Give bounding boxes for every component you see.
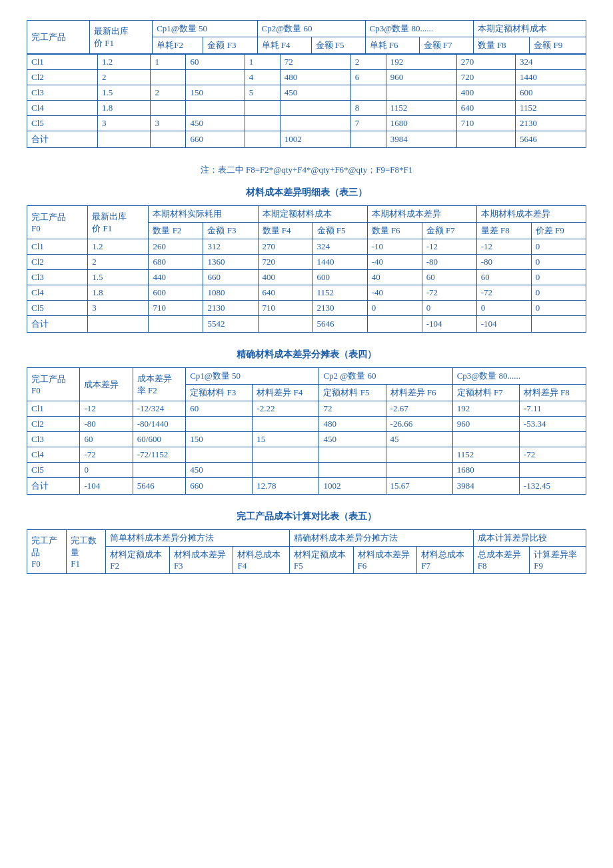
table-cell: 数量 F4: [258, 223, 312, 239]
table-row: 合计660100239845646: [27, 131, 586, 148]
table-row: Cl11.21601722192270324: [27, 55, 586, 70]
table-cell: Cl4: [27, 285, 88, 301]
table-cell: [456, 131, 515, 148]
table-cell: 1.5: [97, 85, 150, 101]
table-row: Cl31.521505450400600: [27, 85, 586, 101]
table-cell: 60: [186, 401, 253, 417]
table-cell: 合计: [27, 478, 80, 495]
t2-h-f9: 金额 F9: [530, 37, 586, 54]
table-row: Cl22448069607201440: [27, 70, 586, 85]
table-cell: 260: [149, 239, 203, 255]
table-cell: 材料差异 F6: [386, 385, 452, 401]
table-cell: [151, 70, 186, 85]
table-cell: 60/600: [133, 432, 185, 447]
table-cell: 270: [258, 239, 312, 255]
table-cell: Cl1: [27, 55, 98, 70]
table2: 完工产品 最新出库价 F1 Cp1@数量 50 Cp2@数量 60 Cp3@数量…: [27, 20, 586, 54]
table-cell: 1152: [386, 101, 456, 116]
table-cell: 1.2: [97, 55, 150, 70]
table-cell: [258, 316, 312, 333]
table-cell: [350, 131, 386, 148]
table-cell: 2130: [203, 301, 258, 316]
table-cell: 材料成本差异 F3: [169, 547, 233, 574]
table-cell: [280, 116, 350, 131]
table-cell: -26.66: [386, 417, 452, 432]
table-cell: 完工数量F1: [67, 530, 106, 574]
table-cell: -2.67: [386, 401, 452, 417]
table-cell: 定额材料 F7: [452, 385, 519, 401]
table-cell: -7.11: [519, 401, 586, 417]
table-cell: 480: [280, 70, 350, 85]
table4-title: 精确材料成本差异分摊表（表四）: [27, 349, 586, 361]
table2-body: Cl11.21601722192270324Cl2244806960720144…: [27, 54, 586, 148]
table-row: Cl1-12-12/32460-2.2272-2.67192-7.11: [27, 401, 586, 417]
table-cell: Cl5: [27, 463, 80, 478]
t2-h-f3: 金额 F3: [203, 37, 257, 54]
table-cell: 3984: [386, 131, 456, 148]
t2-h-cp1: Cp1@数量 50: [153, 21, 257, 37]
table-cell: -104: [422, 316, 476, 333]
table-row: Cl31.54406604006004060600: [27, 270, 586, 285]
table-row: Cl11.2260312270324-10-12-120: [27, 239, 586, 255]
table-cell: 1.5: [88, 270, 149, 285]
table-cell: 660: [186, 478, 253, 495]
table-cell: 1152: [452, 447, 519, 463]
table-row: Cl4-72-72/11521152-72: [27, 447, 586, 463]
table4-section: 精确材料成本差异分摊表（表四） 完工产品F0成本差异成本差异率 F2Cp1@数量…: [27, 349, 586, 495]
table-cell: Cp3@数量 80......: [452, 368, 586, 385]
table-row: 合计-104564666012.78100215.673984-132.45: [27, 478, 586, 495]
table-cell: 600: [515, 85, 586, 101]
table-cell: [531, 316, 586, 333]
table-cell: Cp1@数量 50: [186, 368, 319, 385]
t2-h-cost: 本期定额材料成本: [473, 21, 586, 37]
table-cell: 720: [258, 255, 312, 270]
table-cell: -40: [367, 285, 422, 301]
table-cell: [386, 463, 452, 478]
table-cell: 1: [245, 55, 280, 70]
table4-header1: 完工产品F0成本差异成本差异率 F2Cp1@数量 50Cp2 @数量 60Cp3…: [27, 368, 586, 385]
table-cell: [245, 101, 280, 116]
table-cell: 270: [456, 55, 515, 70]
table-cell: -72: [80, 447, 133, 463]
table-cell: Cp2 @数量 60: [319, 368, 452, 385]
table-cell: 合计: [27, 131, 98, 148]
table2-note: 注：表二中 F8=F2*@qty+F4*@qty+F6*@qty；F9=F8*F…: [27, 164, 586, 176]
table-cell: 本期定额材料成本: [258, 206, 367, 223]
table-cell: 材料总成本 F7: [417, 547, 474, 574]
table-cell: -104: [80, 478, 133, 495]
table-cell: 0: [80, 463, 133, 478]
table-cell: 2130: [515, 116, 586, 131]
table-cell: 数量 F6: [367, 223, 422, 239]
t2-h-f6: 单耗 F6: [365, 37, 419, 54]
table-cell: 1080: [203, 285, 258, 301]
table-cell: 640: [258, 285, 312, 301]
table-cell: 72: [280, 55, 350, 70]
table-cell: Cl3: [27, 270, 88, 285]
table-row: Cl41.860010806401152-40-72-720: [27, 285, 586, 301]
table4-body: 完工产品F0成本差异成本差异率 F2Cp1@数量 50Cp2 @数量 60Cp3…: [27, 367, 586, 495]
table-cell: 价差 F9: [531, 223, 586, 239]
table3-header1: 完工产品F0最新出库价 F1本期材料实际耗用本期定额材料成本本期材料成本差异本期…: [27, 206, 586, 223]
table-cell: 192: [452, 401, 519, 417]
table-cell: -72: [422, 285, 476, 301]
table-cell: 材料定额成本 F5: [290, 547, 354, 574]
table-cell: -12: [476, 239, 531, 255]
table-cell: 7: [350, 116, 386, 131]
table-row: Cl41.8811526401152: [27, 101, 586, 116]
t2-h-f4: 单耗 F4: [257, 37, 311, 54]
table-cell: 完工产品F0: [27, 368, 80, 401]
table-cell: Cl3: [27, 85, 98, 101]
table-row: Cl36060/6001501545045: [27, 432, 586, 447]
table-cell: [186, 101, 245, 116]
table-cell: 150: [186, 432, 253, 447]
table-cell: 完工产品F0: [27, 206, 88, 239]
table-cell: [186, 417, 253, 432]
table5-header1: 完工产品F0完工数量F1简单材料成本差异分摊方法精确材料成本差异分摊方法成本计算…: [27, 530, 586, 547]
table-cell: 3984: [452, 478, 519, 495]
table-cell: 60: [186, 55, 245, 70]
table-cell: 640: [456, 101, 515, 116]
table2-section: 完工产品 最新出库价 F1 Cp1@数量 50 Cp2@数量 60 Cp3@数量…: [27, 20, 586, 148]
table-row: Cl504501680: [27, 463, 586, 478]
table-cell: 40: [367, 270, 422, 285]
table-cell: 2: [97, 70, 150, 85]
